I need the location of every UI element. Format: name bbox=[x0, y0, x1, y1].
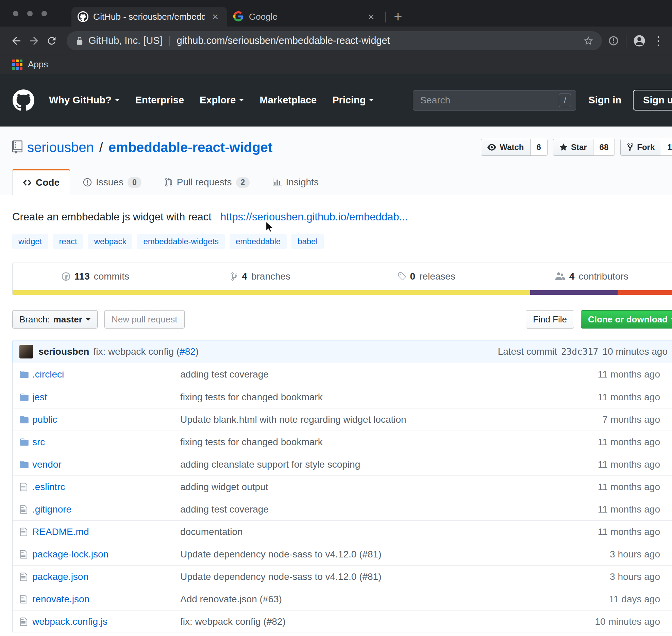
address-bar[interactable]: GitHub, Inc. [US] github.com/seriousben/… bbox=[67, 31, 602, 50]
file-name-link[interactable]: renovate.json bbox=[32, 594, 89, 604]
back-button[interactable] bbox=[7, 32, 25, 50]
close-window-button[interactable] bbox=[13, 11, 18, 16]
new-pull-request-button[interactable]: New pull request bbox=[104, 310, 185, 329]
topic-tag[interactable]: babel bbox=[291, 234, 324, 249]
commit-age: 7 months ago bbox=[559, 414, 672, 425]
browser-tab-github[interactable]: GitHub - seriousben/embeddable-react-wid… bbox=[71, 7, 227, 27]
file-name-link[interactable]: jest bbox=[32, 392, 47, 402]
branch-selector-button[interactable]: Branch: master bbox=[12, 310, 98, 329]
commit-message-link[interactable]: fixing tests for changed bookmark bbox=[180, 437, 323, 447]
commit-message-link[interactable]: fixing tests for changed bookmark bbox=[180, 392, 323, 402]
repo-website-link[interactable]: https://seriousben.github.io/embeddab... bbox=[220, 211, 408, 223]
repo-name-link[interactable]: embeddable-react-widget bbox=[108, 140, 272, 155]
apps-bookmark[interactable]: Apps bbox=[28, 59, 48, 70]
commit-message-link[interactable]: Add renovate.json (#63) bbox=[180, 594, 282, 604]
url-text[interactable]: github.com/seriousben/embeddable-react-w… bbox=[177, 35, 583, 46]
stat-branches[interactable]: 4branches bbox=[178, 263, 344, 290]
tab-pull-requests[interactable]: Pull requests 2 bbox=[154, 169, 260, 195]
file-name-link[interactable]: .eslintrc bbox=[32, 482, 65, 492]
stat-commits[interactable]: 113commits bbox=[13, 263, 178, 290]
commit-message-link[interactable]: fix: webpack config (#82) bbox=[180, 616, 286, 627]
commit-message-link[interactable]: documentation bbox=[180, 526, 243, 537]
topic-tag[interactable]: react bbox=[53, 234, 83, 249]
repo-owner-link[interactable]: seriousben bbox=[27, 140, 94, 155]
close-tab-icon[interactable]: × bbox=[209, 11, 221, 22]
fork-count[interactable]: 14 bbox=[661, 139, 672, 156]
language-segment-2 bbox=[530, 290, 618, 295]
sign-up-button[interactable]: Sign up bbox=[633, 90, 672, 111]
new-tab-button[interactable]: + bbox=[388, 10, 408, 24]
caret-down-icon bbox=[239, 99, 244, 104]
minimize-window-button[interactable] bbox=[27, 11, 33, 16]
stat-contributors[interactable]: 4contributors bbox=[509, 263, 672, 290]
file-name-link[interactable]: package.json bbox=[32, 571, 88, 582]
commit-message-link[interactable]: adding cleanslate support for style scop… bbox=[180, 459, 360, 470]
watch-button[interactable]: Watch bbox=[481, 139, 530, 156]
nav-enterprise[interactable]: Enterprise bbox=[135, 95, 184, 106]
repo-content: Create an embbedable js widget with reac… bbox=[0, 211, 672, 633]
history-icon bbox=[62, 272, 70, 281]
sign-in-link[interactable]: Sign in bbox=[588, 95, 621, 106]
nav-marketplace[interactable]: Marketplace bbox=[259, 95, 317, 106]
commit-message-link[interactable]: Update blank.html with note regarding wi… bbox=[180, 414, 406, 425]
find-file-button[interactable]: Find File bbox=[526, 310, 574, 329]
commit-author-avatar[interactable] bbox=[19, 345, 33, 358]
browser-tab-google[interactable]: Google × bbox=[227, 7, 383, 27]
nav-explore[interactable]: Explore bbox=[200, 95, 244, 106]
topic-tag[interactable]: embeddable-widgets bbox=[137, 234, 224, 249]
bookmark-star-icon[interactable] bbox=[583, 35, 594, 46]
file-name-link[interactable]: README.md bbox=[32, 526, 89, 537]
tab-issues[interactable]: Issues 0 bbox=[73, 169, 152, 195]
lock-icon bbox=[75, 36, 84, 46]
search-input[interactable]: Search / bbox=[413, 90, 576, 111]
topic-tags: widgetreactwebpackembeddable-widgetsembe… bbox=[12, 234, 672, 249]
commit-sha-link[interactable]: 23dc317 bbox=[561, 347, 599, 357]
commit-message-link[interactable]: Update dependency node-sass to v4.12.0 (… bbox=[180, 549, 382, 559]
fork-button[interactable]: Fork bbox=[620, 139, 661, 156]
fork-icon bbox=[627, 143, 634, 152]
file-row: .gitignore adding test coverage 11 month… bbox=[13, 498, 672, 520]
commit-message-link[interactable]: adding test coverage bbox=[180, 369, 269, 380]
stat-releases[interactable]: 0releases bbox=[343, 263, 509, 290]
star-button[interactable]: Star bbox=[553, 139, 593, 156]
file-icon bbox=[20, 527, 28, 537]
topic-tag[interactable]: webpack bbox=[88, 234, 133, 249]
star-count[interactable]: 68 bbox=[593, 139, 615, 156]
nav-pricing[interactable]: Pricing bbox=[332, 95, 374, 106]
browser-menu-icon[interactable]: ⋮ bbox=[652, 35, 665, 47]
tab-title: GitHub - seriousben/embeddable-react-wid… bbox=[93, 12, 205, 22]
file-name-link[interactable]: vendor bbox=[32, 459, 62, 470]
commit-message-link[interactable]: adding widget output bbox=[180, 482, 268, 492]
zoom-window-button[interactable] bbox=[41, 11, 47, 16]
forward-button[interactable] bbox=[25, 32, 43, 50]
slash-shortcut-hint: / bbox=[559, 94, 571, 107]
reload-button[interactable] bbox=[43, 32, 61, 50]
commit-author-link[interactable]: seriousben bbox=[38, 346, 89, 357]
github-logo-icon[interactable] bbox=[12, 89, 35, 111]
browser-profile-avatar[interactable] bbox=[633, 35, 645, 47]
file-row: vendor adding cleanslate support for sty… bbox=[13, 453, 672, 475]
file-name-link[interactable]: package-lock.json bbox=[32, 549, 108, 559]
file-name-link[interactable]: webpack.config.js bbox=[32, 616, 107, 627]
extension-icon[interactable] bbox=[608, 35, 619, 46]
commit-message-link[interactable]: Update dependency node-sass to v4.12.0 (… bbox=[180, 571, 382, 582]
file-name-link[interactable]: .gitignore bbox=[32, 504, 71, 515]
pr-link[interactable]: #82 bbox=[180, 346, 196, 357]
topic-tag[interactable]: widget bbox=[12, 234, 48, 249]
tab-insights[interactable]: Insights bbox=[263, 169, 329, 195]
nav-why-github[interactable]: Why GitHub? bbox=[49, 95, 120, 106]
close-tab-icon[interactable]: × bbox=[365, 11, 377, 22]
file-name-link[interactable]: public bbox=[32, 414, 57, 425]
commit-message-link[interactable]: adding test coverage bbox=[180, 504, 269, 515]
file-name-link[interactable]: .circleci bbox=[32, 369, 64, 380]
tab-code[interactable]: Code bbox=[12, 169, 70, 195]
commit-age: 11 months ago bbox=[559, 392, 672, 403]
file-name-link[interactable]: src bbox=[32, 437, 45, 447]
site-identity-label[interactable]: GitHub, Inc. [US] bbox=[88, 35, 163, 46]
topic-tag[interactable]: embeddable bbox=[230, 234, 287, 249]
language-bar[interactable] bbox=[13, 290, 672, 295]
tag-icon bbox=[397, 272, 406, 281]
commit-age: 11 months ago bbox=[559, 437, 672, 448]
watch-count[interactable]: 6 bbox=[531, 139, 548, 156]
clone-or-download-button[interactable]: Clone or download bbox=[581, 310, 672, 329]
